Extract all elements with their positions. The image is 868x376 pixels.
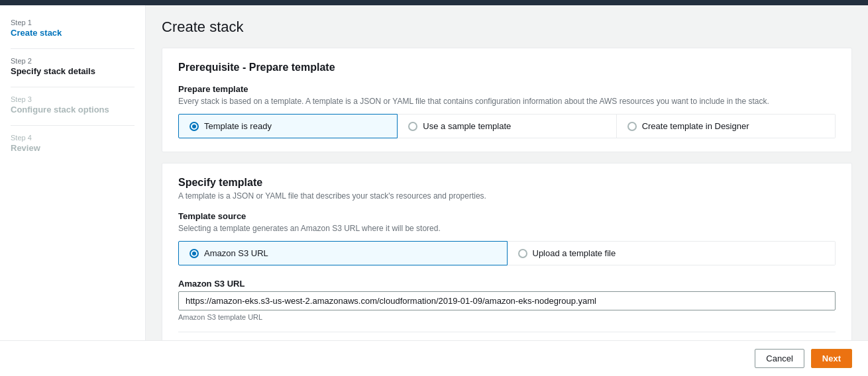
radio-dot-upload [518, 249, 527, 258]
sidebar-step-4[interactable]: Step 4 Review [11, 134, 135, 153]
radio-dot-designer-template [627, 122, 637, 131]
prerequisite-heading: Prerequisite - Prepare template [178, 62, 836, 73]
template-source-label: Template source [178, 211, 836, 221]
sidebar-step-3[interactable]: Step 3 Configure stack options [11, 95, 135, 115]
amazon-s3-url-hint: Amazon S3 template URL [178, 313, 836, 321]
prepare-template-options: Template is ready Use a sample template … [178, 114, 836, 138]
amazon-s3-url-wrapper [178, 291, 836, 310]
radio-dot-s3 [190, 249, 199, 258]
option-sample-template-label: Use a sample template [423, 121, 511, 131]
next-button[interactable]: Next [811, 349, 852, 368]
radio-dot-sample-template [408, 122, 417, 131]
prepare-template-label: Prepare template [178, 84, 836, 94]
page-title: Create stack [162, 19, 852, 36]
prepare-template-description: Every stack is based on a template. A te… [178, 97, 836, 106]
specify-template-heading: Specify template [178, 177, 836, 189]
sidebar-step-1[interactable]: Step 1 Create stack [11, 19, 135, 38]
option-upload-template-label: Upload a template file [533, 248, 616, 258]
main-content: Create stack Prerequisite - Prepare temp… [146, 5, 868, 340]
sidebar-divider-2 [11, 87, 135, 87]
amazon-s3-url-label: Amazon S3 URL [178, 279, 836, 289]
option-sample-template[interactable]: Use a sample template [398, 114, 616, 138]
radio-dot-template-ready [190, 122, 199, 131]
top-bar [0, 0, 868, 5]
option-upload-template[interactable]: Upload a template file [508, 241, 836, 265]
prerequisite-section: Prerequisite - Prepare template Prepare … [162, 48, 852, 152]
sidebar-divider-3 [11, 125, 135, 126]
option-template-ready-label: Template is ready [204, 121, 272, 131]
specify-template-description: A template is a JSON or YAML file that d… [178, 191, 836, 201]
sidebar-step-2[interactable]: Step 2 Specify stack details [11, 57, 135, 76]
option-amazon-s3-url-label: Amazon S3 URL [204, 248, 268, 258]
footer-bar: Cancel Next [0, 340, 868, 376]
specify-template-section: Specify template A template is a JSON or… [162, 163, 852, 340]
amazon-s3-url-input[interactable] [178, 291, 836, 310]
option-designer-template-label: Create template in Designer [642, 121, 749, 131]
cancel-button[interactable]: Cancel [755, 349, 804, 368]
option-designer-template[interactable]: Create template in Designer [617, 114, 836, 138]
sidebar-divider-1 [11, 48, 135, 49]
option-amazon-s3-url[interactable]: Amazon S3 URL [178, 241, 508, 265]
option-template-ready[interactable]: Template is ready [178, 114, 398, 138]
sidebar: Step 1 Create stack Step 2 Specify stack… [0, 5, 146, 340]
template-source-description: Selecting a template generates an Amazon… [178, 224, 836, 233]
template-source-options: Amazon S3 URL Upload a template file [178, 241, 836, 265]
s3-url-display: S3 URL: https://amazon-eks.s3-us-west-2.… [178, 332, 836, 340]
